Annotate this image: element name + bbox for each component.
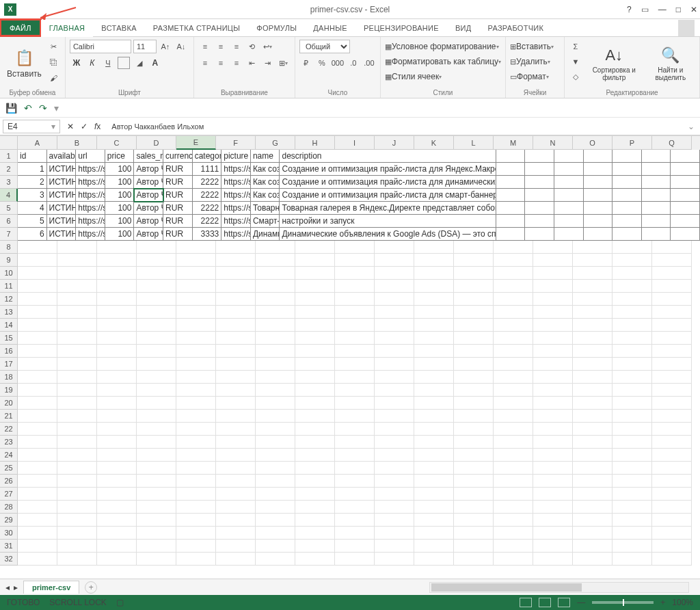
cell[interactable] xyxy=(533,241,573,254)
cell[interactable]: 2222 xyxy=(193,202,222,215)
cell[interactable] xyxy=(533,410,573,423)
cell[interactable] xyxy=(642,163,671,176)
cell[interactable] xyxy=(533,423,573,436)
cell[interactable] xyxy=(295,241,335,254)
cell[interactable] xyxy=(525,163,554,176)
cell[interactable] xyxy=(216,449,256,462)
cell[interactable] xyxy=(57,280,97,293)
row-header-23[interactable]: 23 xyxy=(0,436,18,449)
column-header-C[interactable]: C xyxy=(97,136,137,150)
cell[interactable] xyxy=(494,241,533,254)
cell[interactable] xyxy=(137,345,176,358)
cell[interactable] xyxy=(375,384,414,397)
cell[interactable] xyxy=(414,436,454,449)
cell[interactable] xyxy=(137,319,176,332)
cell[interactable] xyxy=(533,371,573,384)
cell[interactable] xyxy=(496,215,526,228)
cell[interactable] xyxy=(216,280,256,293)
cell[interactable] xyxy=(97,306,137,319)
cell[interactable] xyxy=(137,306,176,319)
cell[interactable] xyxy=(295,501,335,514)
cell[interactable] xyxy=(295,397,335,410)
cell[interactable] xyxy=(335,540,375,553)
cell[interactable] xyxy=(295,436,335,449)
cell[interactable] xyxy=(375,514,414,527)
cell[interactable] xyxy=(97,475,137,488)
cell[interactable] xyxy=(335,293,375,306)
cell[interactable] xyxy=(18,397,57,410)
cell[interactable] xyxy=(335,462,375,475)
cell[interactable] xyxy=(57,540,97,553)
cell[interactable] xyxy=(454,241,494,254)
cell[interactable] xyxy=(454,280,494,293)
cell[interactable] xyxy=(18,540,57,553)
cell[interactable] xyxy=(652,358,692,371)
cell[interactable] xyxy=(18,358,57,371)
cell[interactable] xyxy=(256,540,295,553)
cell[interactable] xyxy=(176,371,216,384)
column-header-G[interactable]: G xyxy=(256,136,295,150)
increase-decimal-icon[interactable]: .0 xyxy=(347,56,360,70)
cell[interactable] xyxy=(375,267,414,280)
row-header-7[interactable]: 7 xyxy=(0,228,18,241)
cell[interactable] xyxy=(414,267,454,280)
cell[interactable] xyxy=(176,397,216,410)
ribbon-options-icon[interactable]: ▭ xyxy=(641,5,649,14)
cell[interactable] xyxy=(18,280,57,293)
cell[interactable]: Динамиче xyxy=(251,228,280,241)
cell[interactable] xyxy=(216,319,256,332)
cell[interactable] xyxy=(652,306,692,319)
cell[interactable] xyxy=(533,527,573,540)
format-cells-button[interactable]: ▭ Формат xyxy=(510,70,554,83)
cell[interactable]: name xyxy=(251,150,280,163)
column-header-J[interactable]: J xyxy=(375,136,414,150)
tab-insert[interactable]: ВСТАВКА xyxy=(93,19,144,36)
decrease-font-icon[interactable]: A↓ xyxy=(174,40,188,53)
cell[interactable] xyxy=(295,254,335,267)
border-button[interactable] xyxy=(117,56,131,70)
cell[interactable] xyxy=(573,358,612,371)
cell[interactable] xyxy=(652,462,692,475)
cell[interactable] xyxy=(573,332,612,345)
cell[interactable]: https://se xyxy=(221,228,251,241)
row-header-30[interactable]: 30 xyxy=(0,527,18,540)
row-header-22[interactable]: 22 xyxy=(0,423,18,436)
row-header-25[interactable]: 25 xyxy=(0,462,18,475)
cell[interactable] xyxy=(573,319,612,332)
indent-decrease-icon[interactable]: ⇤ xyxy=(245,56,259,70)
decrease-decimal-icon[interactable]: .00 xyxy=(362,56,376,70)
cell[interactable]: 3333 xyxy=(193,228,222,241)
cell[interactable] xyxy=(18,293,57,306)
cell[interactable]: ИСТИНА xyxy=(47,202,77,215)
cell[interactable] xyxy=(573,501,612,514)
cell[interactable] xyxy=(295,488,335,501)
column-header-B[interactable]: B xyxy=(57,136,97,150)
cell[interactable] xyxy=(573,514,612,527)
cell[interactable] xyxy=(137,488,176,501)
cell[interactable] xyxy=(612,397,652,410)
zoom-out-icon[interactable]: — xyxy=(577,598,585,607)
cell[interactable] xyxy=(97,423,137,436)
cell[interactable] xyxy=(414,241,454,254)
cell[interactable] xyxy=(57,527,97,540)
cell[interactable] xyxy=(612,319,652,332)
cell[interactable]: настройки и запуск xyxy=(280,215,496,228)
cell[interactable] xyxy=(137,397,176,410)
cell[interactable] xyxy=(18,436,57,449)
row-header-6[interactable]: 6 xyxy=(0,215,18,228)
cell[interactable] xyxy=(533,358,573,371)
cell[interactable] xyxy=(533,553,573,566)
row-header-4[interactable]: 4 xyxy=(0,189,18,202)
cell[interactable] xyxy=(454,553,494,566)
cell[interactable] xyxy=(295,475,335,488)
cell[interactable] xyxy=(573,423,612,436)
cell[interactable] xyxy=(18,423,57,436)
increase-font-icon[interactable]: A↑ xyxy=(159,40,172,53)
cell[interactable] xyxy=(525,202,554,215)
cell[interactable]: 100 xyxy=(105,228,135,241)
cell[interactable] xyxy=(584,176,613,189)
cell[interactable] xyxy=(494,306,533,319)
align-right-icon[interactable]: ≡ xyxy=(230,56,243,70)
name-box[interactable]: E4▾ xyxy=(3,120,60,133)
cell[interactable] xyxy=(97,540,137,553)
